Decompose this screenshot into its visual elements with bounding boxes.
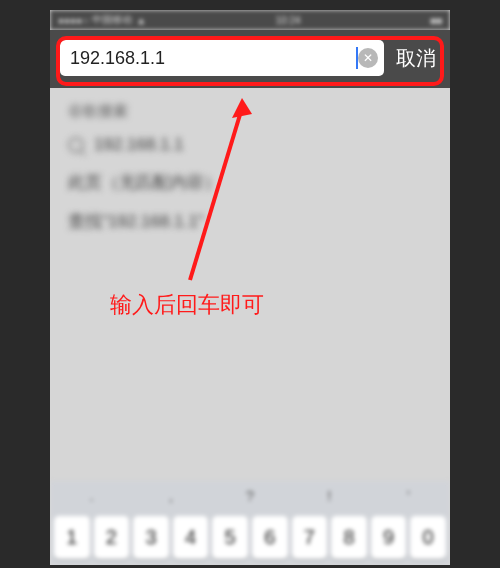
suggestion-text: 192.168.1.1 [94,135,184,155]
key-3[interactable]: 3 [133,516,169,559]
clear-icon[interactable]: ✕ [358,48,378,68]
key-7[interactable]: 7 [292,516,328,559]
cancel-button[interactable]: 取消 [392,45,440,72]
key-9[interactable]: 9 [371,516,407,559]
key-apostrophe[interactable]: ' [371,487,446,504]
status-bar: ●●●●○ 中国移动 ▲ 10:24 ■■ [50,10,450,30]
search-icon [68,137,84,153]
key-5[interactable]: 5 [212,516,248,559]
battery-icon: ■■ [430,15,442,26]
phone-screen: ●●●●○ 中国移动 ▲ 10:24 ■■ 192.168.1.1 ✕ 取消 谷… [50,10,450,565]
keyboard-number-row: 1 2 3 4 5 6 7 8 9 0 [50,510,450,565]
suggestion-text: 此页（无匹配内容） [68,171,221,194]
keyboard[interactable]: . , ? ! ' 1 2 3 4 5 6 7 8 9 0 [50,481,450,565]
key-comma[interactable]: , [133,487,208,504]
carrier-label: 中国移动 [92,13,132,27]
key-4[interactable]: 4 [173,516,209,559]
key-1[interactable]: 1 [54,516,90,559]
wifi-icon: ▲ [136,15,146,26]
address-bar-container: 192.168.1.1 ✕ 取消 [50,30,450,88]
time-label: 10:24 [275,15,300,26]
suggestion-item[interactable]: 此页（无匹配内容） [68,163,432,202]
suggestion-text: 查找"192.168.1.1" [68,210,204,233]
suggestion-list: 谷歌搜索 192.168.1.1 此页（无匹配内容） 查找"192.168.1.… [50,88,450,249]
suggestion-item[interactable]: 查找"192.168.1.1" [68,202,432,241]
suggestion-header: 谷歌搜索 [68,96,432,127]
annotation-text: 输入后回车即可 [110,290,264,320]
key-8[interactable]: 8 [331,516,367,559]
key-0[interactable]: 0 [410,516,446,559]
key-question[interactable]: ? [212,487,287,504]
suggestion-item[interactable]: 192.168.1.1 [68,127,432,163]
address-field-wrap[interactable]: 192.168.1.1 ✕ [60,40,384,76]
keyboard-punct-row: . , ? ! ' [50,481,450,510]
signal-dots-icon: ●●●●○ [58,15,88,26]
key-2[interactable]: 2 [94,516,130,559]
key-6[interactable]: 6 [252,516,288,559]
key-period[interactable]: . [54,487,129,504]
address-input[interactable]: 192.168.1.1 [70,48,356,69]
key-exclaim[interactable]: ! [292,487,367,504]
